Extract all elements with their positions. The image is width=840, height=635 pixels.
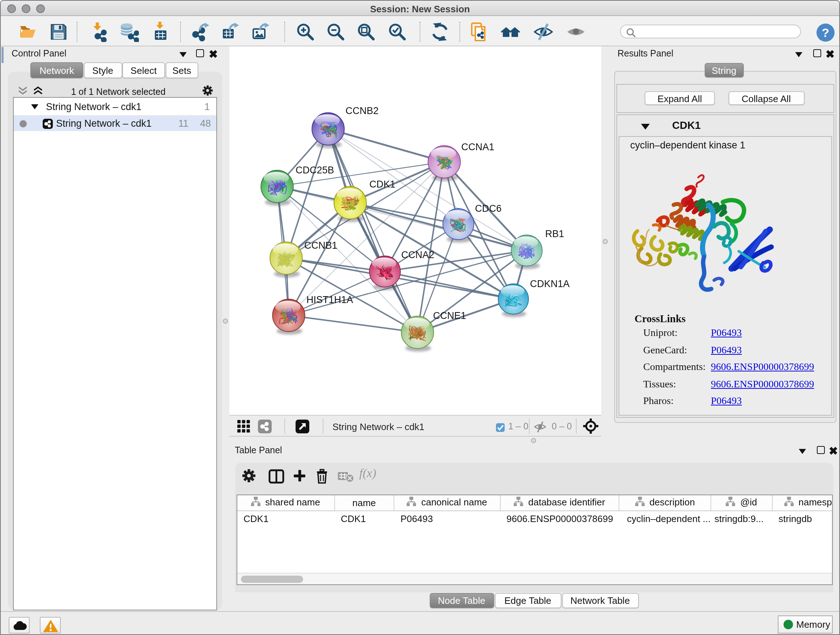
svg-text:CCNB1: CCNB1 — [304, 240, 337, 251]
svg-text:CCNB2: CCNB2 — [345, 105, 378, 116]
svg-text:CDKN1A: CDKN1A — [530, 279, 569, 289]
svg-text:CDC25B: CDC25B — [295, 165, 334, 176]
svg-text:CCNE1: CCNE1 — [433, 310, 466, 321]
svg-text:CDC6: CDC6 — [475, 203, 501, 214]
svg-text:CCNA1: CCNA1 — [461, 141, 494, 152]
svg-text:RB1: RB1 — [545, 228, 564, 239]
svg-text:HIST1H1A: HIST1H1A — [306, 295, 353, 305]
svg-text:CDK1: CDK1 — [369, 179, 395, 190]
svg-text:CCNA2: CCNA2 — [401, 249, 434, 260]
svg-text:?: ? — [822, 25, 829, 39]
